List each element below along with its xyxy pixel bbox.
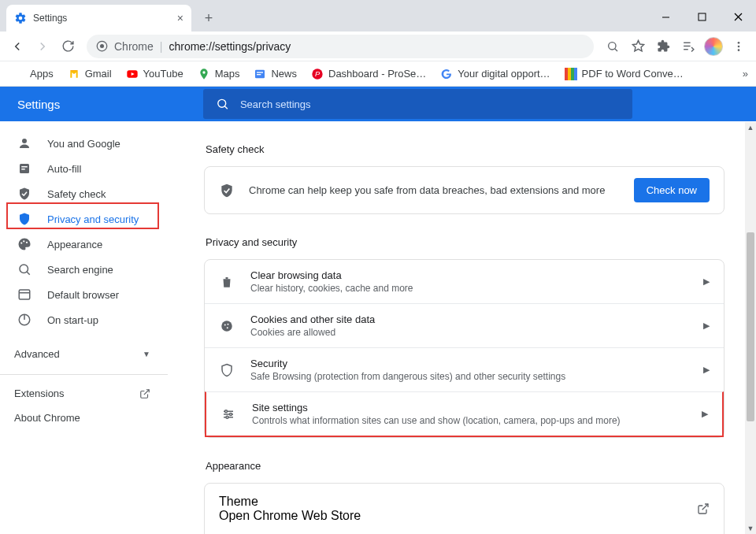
- svg-point-33: [20, 242, 22, 243]
- bookmark-apps[interactable]: Apps: [8, 65, 58, 83]
- svg-rect-26: [574, 68, 577, 80]
- search-icon: [17, 262, 32, 276]
- sidebar-item-safety-check[interactable]: Safety check: [0, 181, 168, 206]
- svg-text:P: P: [315, 70, 321, 78]
- svg-rect-25: [571, 68, 574, 80]
- svg-point-45: [228, 323, 229, 324]
- svg-point-43: [221, 321, 232, 332]
- check-now-button[interactable]: Check now: [634, 178, 710, 202]
- svg-line-42: [144, 389, 149, 394]
- search-icon: [216, 97, 229, 111]
- browser-icon: [17, 287, 32, 302]
- settings-header: Settings: [0, 87, 756, 121]
- svg-point-14: [738, 49, 740, 51]
- appearance-heading: Appearance: [206, 460, 724, 472]
- settings-search-input[interactable]: [240, 98, 620, 110]
- window-maximize-button[interactable]: [684, 5, 720, 28]
- sidebar-item-privacy-security[interactable]: Privacy and security: [0, 206, 168, 232]
- bookmark-pdf[interactable]: PDF to Word Conve…: [560, 65, 688, 83]
- new-tab-button[interactable]: +: [198, 7, 220, 29]
- shield-icon: [219, 363, 235, 377]
- scroll-down-icon[interactable]: ▼: [745, 523, 756, 534]
- bookmark-gmail[interactable]: Gmail: [63, 65, 117, 83]
- sidebar-about-chrome[interactable]: About Chrome: [0, 406, 168, 430]
- sidebar-item-autofill[interactable]: Auto-fill: [0, 156, 168, 181]
- sidebar-item-you-and-google[interactable]: You and Google: [0, 131, 168, 156]
- chevron-right-icon: ▶: [702, 409, 708, 419]
- bookmark-dashboard[interactable]: PDashboard - ProSe…: [306, 65, 431, 83]
- browser-tab[interactable]: Settings ×: [6, 5, 191, 32]
- safety-check-heading: Safety check: [206, 143, 724, 155]
- row-theme[interactable]: ThemeOpen Chrome Web Store: [205, 484, 724, 534]
- tune-icon: [220, 407, 236, 421]
- svg-marker-8: [632, 40, 643, 50]
- window-minimize-button[interactable]: [647, 5, 684, 28]
- rainbow-icon: [565, 68, 577, 80]
- bookmark-maps[interactable]: Maps: [193, 65, 245, 83]
- settings-main: Safety check Chrome can help keep you sa…: [168, 121, 756, 534]
- bookmark-star-icon[interactable]: [627, 35, 649, 57]
- vertical-scrollbar[interactable]: ▲ ▼: [745, 122, 756, 534]
- svg-line-53: [702, 504, 708, 510]
- url-path: chrome://settings/privacy: [169, 40, 291, 53]
- sidebar-item-default-browser[interactable]: Default browser: [0, 282, 168, 307]
- sidebar-extensions[interactable]: Extensions: [0, 381, 168, 406]
- shield-check-icon: [219, 183, 235, 198]
- svg-point-50: [225, 410, 228, 412]
- menu-icon[interactable]: [728, 35, 750, 57]
- svg-point-35: [26, 242, 28, 243]
- gmail-icon: [68, 68, 80, 80]
- row-site-settings[interactable]: Site settingsControls what information s…: [205, 391, 724, 437]
- youtube-icon: [126, 68, 139, 80]
- settings-search[interactable]: [203, 89, 632, 119]
- extensions-icon[interactable]: [652, 35, 674, 57]
- bookmarks-overflow-icon[interactable]: »: [743, 68, 748, 80]
- svg-point-52: [226, 416, 228, 418]
- tab-title: Settings: [33, 13, 67, 24]
- apps-grid-icon: [13, 68, 25, 80]
- profile-avatar[interactable]: [702, 35, 724, 57]
- sidebar-item-search-engine[interactable]: Search engine: [0, 257, 168, 282]
- sidebar-advanced[interactable]: Advanced▼: [0, 340, 168, 368]
- forward-button[interactable]: [32, 35, 54, 57]
- person-icon: [17, 136, 32, 150]
- row-cookies[interactable]: Cookies and other site dataCookies are a…: [205, 303, 724, 347]
- zoom-icon[interactable]: [602, 35, 624, 57]
- svg-rect-38: [19, 290, 30, 299]
- sidebar-item-on-startup[interactable]: On start-up: [0, 307, 168, 332]
- close-tab-icon[interactable]: ×: [177, 12, 183, 24]
- bookmark-news[interactable]: News: [249, 65, 302, 83]
- chevron-down-icon: ▼: [143, 350, 150, 358]
- row-clear-browsing-data[interactable]: Clear browsing dataClear history, cookie…: [205, 260, 724, 303]
- reload-button[interactable]: [57, 35, 79, 57]
- palette-icon: [17, 237, 32, 251]
- svg-rect-23: [565, 68, 568, 80]
- scrollbar-thumb[interactable]: [747, 232, 754, 421]
- gear-icon: [14, 12, 27, 24]
- bookmarks-bar: Apps Gmail YouTube Maps News PDashboard …: [0, 61, 756, 87]
- scroll-up-icon[interactable]: ▲: [745, 122, 756, 133]
- svg-rect-20: [257, 74, 261, 75]
- window-close-button[interactable]: [720, 5, 756, 28]
- appearance-card: ThemeOpen Chrome Web Store Show Home but…: [204, 483, 724, 534]
- settings-sidebar: You and Google Auto-fill Safety check Pr…: [0, 121, 168, 534]
- chevron-right-icon: ▶: [703, 365, 710, 375]
- bookmark-youtube[interactable]: YouTube: [121, 65, 188, 83]
- svg-rect-31: [21, 166, 28, 168]
- window-titlebar: Settings × +: [0, 0, 756, 32]
- svg-point-29: [22, 139, 27, 143]
- bookmark-digital[interactable]: Your digital opport…: [435, 65, 554, 83]
- browser-toolbar: Chrome | chrome://settings/privacy: [0, 32, 756, 61]
- sidebar-item-appearance[interactable]: Appearance: [0, 232, 168, 257]
- open-external-icon: [697, 502, 710, 515]
- svg-point-12: [738, 42, 740, 44]
- back-button[interactable]: [6, 35, 28, 57]
- chevron-right-icon: ▶: [703, 321, 710, 331]
- open-external-icon: [139, 388, 150, 399]
- address-bar[interactable]: Chrome | chrome://settings/privacy: [87, 35, 594, 58]
- svg-point-46: [227, 327, 228, 328]
- reading-list-icon[interactable]: [677, 35, 699, 57]
- row-security[interactable]: SecuritySafe Browsing (protection from d…: [205, 347, 724, 391]
- svg-point-44: [224, 324, 226, 325]
- chevron-right-icon: ▶: [703, 276, 710, 287]
